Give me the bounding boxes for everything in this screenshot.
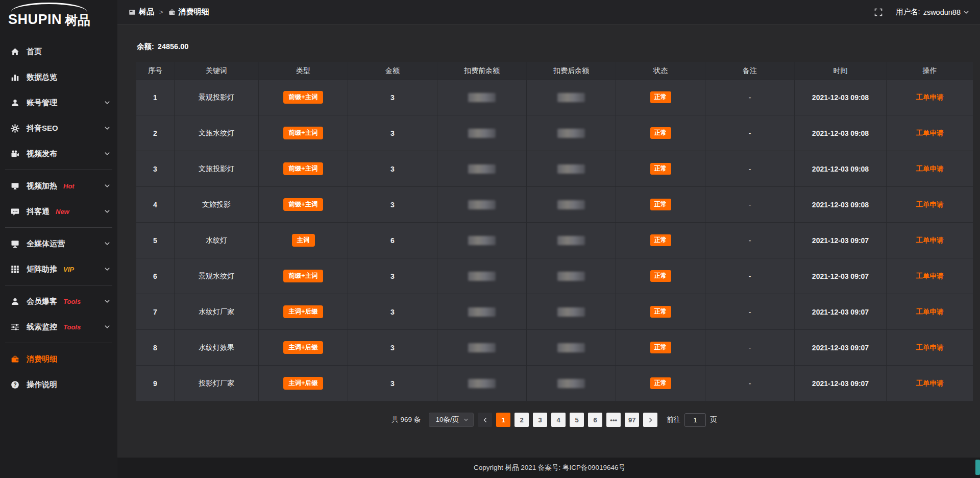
sidebar-divider <box>5 170 112 170</box>
sidebar-item-data-overview[interactable]: 数据总览 <box>0 64 117 90</box>
cell-time: 2021-12-03 09:08 <box>795 187 887 223</box>
table-row: 8水纹灯效果主词+后缀3正常-2021-12-03 09:07工单申请 <box>136 330 973 366</box>
cell-note: - <box>705 80 795 115</box>
pager-pages: 123456•••97 <box>478 413 657 427</box>
cell-amount: 3 <box>348 258 437 294</box>
work-order-link[interactable]: 工单申请 <box>916 165 944 173</box>
breadcrumb-item[interactable]: 消费明细 <box>168 7 209 17</box>
masked-value <box>468 379 496 388</box>
sidebar-item-video-heat[interactable]: 视频加热Hot <box>0 173 117 199</box>
type-badge: 前缀+主词 <box>283 127 323 139</box>
cell-time: 2021-12-03 09:08 <box>795 80 887 115</box>
user-menu[interactable]: 用户名: zswodun88 <box>896 7 969 17</box>
cell-pre-balance <box>437 366 527 401</box>
sidebar-item-account-manage[interactable]: 账号管理 <box>0 90 117 115</box>
masked-value <box>468 200 496 209</box>
sidebar-item-consumption-detail[interactable]: 消费明细 <box>0 346 117 372</box>
pager-page-2[interactable]: 2 <box>514 413 529 427</box>
breadcrumb-item[interactable]: 树品 <box>129 7 154 17</box>
work-order-link[interactable]: 工单申请 <box>916 308 944 316</box>
work-order-link[interactable]: 工单申请 <box>916 379 944 387</box>
sidebar-item-matrix-boost[interactable]: 矩阵助推VIP <box>0 256 117 282</box>
cell-status: 正常 <box>616 258 705 294</box>
pager-page-1[interactable]: 1 <box>496 413 510 427</box>
cell-pre-balance <box>437 151 527 187</box>
sidebar-item-tag: New <box>56 208 69 216</box>
cell-time: 2021-12-03 09:08 <box>795 115 887 151</box>
cell-action: 工单申请 <box>887 115 973 151</box>
cell-pre-balance <box>437 258 527 294</box>
goto-label: 前往 <box>667 415 680 424</box>
cell-post-balance <box>527 366 616 401</box>
work-order-link[interactable]: 工单申请 <box>916 236 944 244</box>
cell-post-balance <box>527 151 616 187</box>
cell-amount: 3 <box>348 115 437 151</box>
scrollbar-thumb[interactable] <box>975 460 980 475</box>
pager-page-3[interactable]: 3 <box>533 413 547 427</box>
pager-page-4[interactable]: 4 <box>551 413 566 427</box>
logo[interactable]: SHUPIN 树品 <box>0 0 117 32</box>
cell-index: 5 <box>136 223 175 258</box>
cell-status: 正常 <box>616 151 705 187</box>
cell-time: 2021-12-03 09:07 <box>795 330 887 366</box>
sidebar-item-label: 操作说明 <box>27 380 57 390</box>
table-row: 9投影灯厂家主词+后缀3正常-2021-12-03 09:07工单申请 <box>136 366 973 401</box>
status-badge: 正常 <box>650 377 671 389</box>
work-order-link[interactable]: 工单申请 <box>916 344 944 351</box>
cell-type: 前缀+主词 <box>259 187 348 223</box>
sidebar-item-clue-monitor[interactable]: 线索监控Tools <box>0 314 117 340</box>
board-icon <box>129 9 136 16</box>
pager-page-5[interactable]: 5 <box>570 413 584 427</box>
sidebar-item-operation-guide[interactable]: ?操作说明 <box>0 372 117 397</box>
cell-note: - <box>705 366 795 401</box>
pager-next-button[interactable] <box>643 413 657 427</box>
fullscreen-icon[interactable] <box>874 8 883 16</box>
masked-value <box>468 343 496 352</box>
page-size-value: 10条/页 <box>435 415 459 424</box>
cell-index: 3 <box>136 151 175 187</box>
work-order-link[interactable]: 工单申请 <box>916 129 944 137</box>
sidebar-item-video-publish[interactable]: 视频发布 <box>0 141 117 166</box>
masked-value <box>557 236 585 245</box>
column-header: 类型 <box>259 62 348 80</box>
table-row: 2文旅水纹灯前缀+主词3正常-2021-12-03 09:08工单申请 <box>136 115 973 151</box>
pager-page-97[interactable]: 97 <box>625 413 639 427</box>
cell-type: 主词+后缀 <box>259 366 348 401</box>
bar-chart-icon <box>10 73 19 82</box>
breadcrumb: 树品>消费明细 <box>129 7 209 17</box>
cell-keyword: 投影灯厂家 <box>175 366 259 401</box>
sidebar-item-label: 抖客通 <box>27 207 50 217</box>
cell-status: 正常 <box>616 80 705 115</box>
sidebar-item-douyin-seo[interactable]: 抖音SEO <box>0 115 117 141</box>
work-order-link[interactable]: 工单申请 <box>916 93 944 101</box>
cell-pre-balance <box>437 187 527 223</box>
page-size-select[interactable]: 10条/页 <box>429 413 474 427</box>
cell-time: 2021-12-03 09:07 <box>795 223 887 258</box>
content: 余额:24856.00 序号关键词类型金额扣费前余额扣费后余额状态备注时间操作 … <box>117 25 980 458</box>
table-row: 3文旅投影灯前缀+主词3正常-2021-12-03 09:08工单申请 <box>136 151 973 187</box>
status-badge: 正常 <box>650 127 671 139</box>
sidebar-item-tag: Tools <box>63 298 81 305</box>
pager-more-button[interactable]: ••• <box>606 413 621 427</box>
cell-post-balance <box>527 115 616 151</box>
cell-time: 2021-12-03 09:07 <box>795 366 887 401</box>
work-order-link[interactable]: 工单申请 <box>916 272 944 280</box>
sidebar-item-media-operation[interactable]: 全媒体运营 <box>0 231 117 256</box>
cell-action: 工单申请 <box>887 366 973 401</box>
status-badge: 正常 <box>650 163 671 175</box>
breadcrumb-separator: > <box>159 8 163 16</box>
sidebar-item-label: 账号管理 <box>27 98 57 108</box>
cell-type: 前缀+主词 <box>259 151 348 187</box>
chevron-down-icon <box>104 298 110 304</box>
sidebar-item-home[interactable]: 首页 <box>0 39 117 64</box>
pager-prev-button[interactable] <box>478 413 492 427</box>
chevron-down-icon <box>104 125 110 131</box>
topbar-right: 用户名: zswodun88 <box>874 7 969 17</box>
pager-page-6[interactable]: 6 <box>588 413 602 427</box>
sidebar-item-douketong[interactable]: 抖客通New <box>0 199 117 224</box>
chevron-down-icon <box>104 324 110 330</box>
sidebar-item-member-baoke[interactable]: 会员爆客Tools <box>0 289 117 314</box>
goto-page-input[interactable] <box>684 413 706 427</box>
work-order-link[interactable]: 工单申请 <box>916 201 944 208</box>
cell-type: 前缀+主词 <box>259 258 348 294</box>
